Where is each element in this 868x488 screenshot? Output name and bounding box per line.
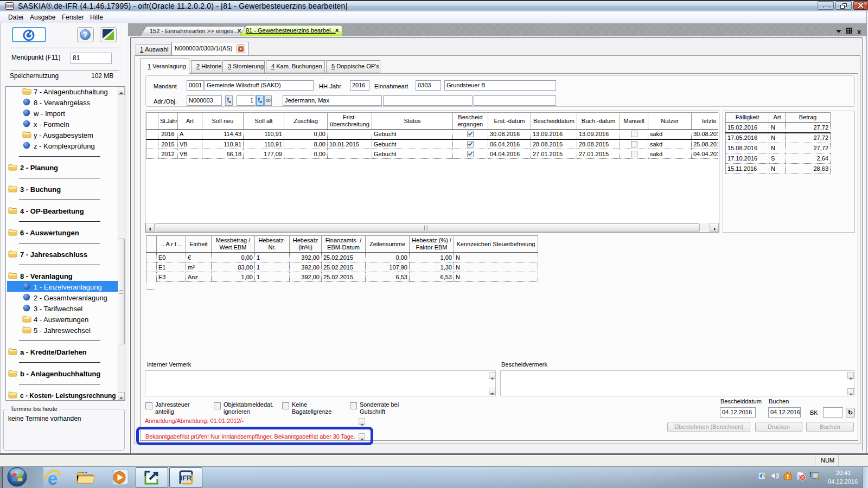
- svg-text:IFR: IFR: [181, 474, 193, 482]
- svg-text:?: ?: [83, 30, 88, 39]
